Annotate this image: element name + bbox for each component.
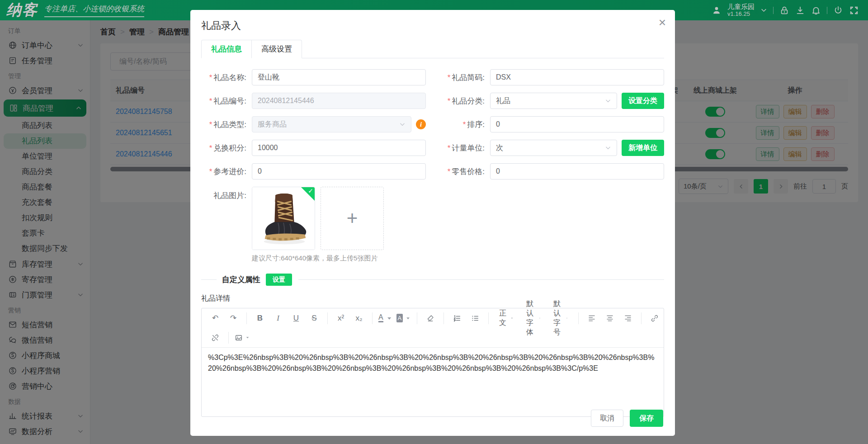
custom-attribute-title: 自定义属性 [222,274,260,285]
check-icon: ✓ [308,187,313,194]
plus-icon: + [347,208,358,229]
cancel-button[interactable]: 取消 [591,410,623,427]
caret-down-icon [245,335,250,340]
fullscreen-icon[interactable] [849,5,859,15]
field-label: *礼品名称: [201,72,252,83]
field-label: *零售价格: [439,166,490,177]
add-unit-button[interactable]: 新增单位 [622,140,664,156]
chevron-down-icon[interactable] [760,7,767,14]
editor-content[interactable]: %3Cp%3E%26nbsp%3B%20%26nbsp%3B%20%26nbsp… [202,348,664,416]
caret-down-icon [510,316,514,321]
image-size-hint: 建议尺寸:640*640像素，最多上传5张图片 [252,254,384,263]
upload-image-button[interactable]: + [321,187,384,250]
eraser-icon[interactable] [423,311,438,326]
custom-attribute-divider: 自定义属性 设置 [201,274,664,286]
tab-gift-info[interactable]: 礼品信息 [201,40,252,58]
gift-image-thumbnail[interactable]: ✓ [252,187,315,250]
field-label: *礼品类型: [201,119,252,130]
brand-area: 纳客 专注单店、小连锁的收银系统 [0,0,144,20]
ordered-list-icon[interactable] [450,311,464,326]
field-label: *礼品编号: [201,96,252,106]
field-label: *礼品简码: [439,72,490,83]
exchange-points-input[interactable] [252,140,426,156]
caret-down-icon [539,316,541,321]
retail-price-input[interactable] [490,163,664,179]
reference-cost-input[interactable] [252,163,426,179]
unit-select[interactable]: 次 [490,140,617,156]
background-color-icon[interactable]: A [396,311,411,326]
field-label: 礼品图片: [201,187,252,263]
modal-footer: 取消 保存 [591,410,663,427]
image-column: ✓ + 建议尺寸:640*640像素，最多上传5张图片 [252,187,384,263]
topbar-actions: 儿童乐园 v1.16.25 [712,3,868,17]
chevron-down-icon [605,98,611,104]
align-center-icon[interactable] [603,311,617,326]
undo-icon[interactable]: ↶ [208,311,222,326]
align-right-icon[interactable] [621,311,635,326]
unlink-icon[interactable] [208,330,222,345]
store-info[interactable]: 儿童乐园 v1.16.25 [727,3,755,17]
link-icon[interactable] [647,311,662,326]
redo-icon[interactable]: ↷ [226,311,241,326]
chevron-down-icon [605,145,611,151]
field-label: *兑换积分: [201,143,252,153]
chevron-down-icon [399,121,406,128]
editor-toolbar: ↶ ↷ B I U S x² x₂ A A [202,308,664,348]
bold-icon[interactable]: B [253,311,267,326]
field-label: *参考进价: [201,166,252,177]
gift-name-input[interactable] [252,69,426,85]
bell-icon[interactable] [811,5,821,15]
caret-down-icon [386,314,393,322]
gift-entry-modal: 礼品录入 × 礼品信息 高级设置 *礼品名称: *礼品简码: *礼品编号: *礼… [190,10,675,436]
set-attribute-button[interactable]: 设置 [266,274,292,286]
gift-code-input-disabled [252,93,426,109]
tab-advanced-settings[interactable]: 高级设置 [252,40,302,58]
align-left-icon[interactable] [585,311,599,326]
underline-icon[interactable]: U [289,311,303,326]
font-size-dropdown[interactable]: 默认字号 [549,311,572,326]
caret-down-icon [405,314,411,322]
rich-text-editor: ↶ ↷ B I U S x² x₂ A A [201,308,664,417]
insert-image-icon[interactable] [235,330,250,345]
info-icon[interactable]: i [416,119,426,129]
close-icon[interactable]: × [659,16,666,29]
italic-icon[interactable]: I [271,311,285,326]
subscript-icon[interactable]: x₂ [352,311,366,326]
gift-category-select[interactable]: 礼品 [490,93,617,109]
gift-shortcode-input[interactable] [490,69,664,85]
download-icon[interactable] [795,5,805,15]
divider [773,7,774,14]
unordered-list-icon[interactable] [468,311,482,326]
app-tagline: 专注单店、小连锁的收银系统 [44,4,144,17]
lock-icon[interactable] [779,5,789,15]
field-label: *排序: [439,119,490,130]
paragraph-format-dropdown[interactable]: 正文 [495,311,518,326]
gift-type-select-disabled: 服务商品 [252,116,411,132]
caret-down-icon [566,316,568,321]
save-button[interactable]: 保存 [630,410,663,427]
gift-detail-label: 礼品详情 [201,294,664,303]
font-family-dropdown[interactable]: 默认字体 [522,311,545,326]
modal-tabs: 礼品信息 高级设置 [201,40,664,58]
power-icon[interactable] [833,5,843,15]
gift-image-section: 礼品图片: ✓ [201,187,664,263]
field-label: *礼品分类: [439,96,490,106]
divider [827,7,827,14]
modal-title: 礼品录入 [190,10,675,39]
sort-order-input[interactable] [490,116,664,132]
font-color-icon[interactable]: A [378,311,393,326]
set-category-button[interactable]: 设置分类 [622,93,664,109]
gift-form: *礼品名称: *礼品简码: *礼品编号: *礼品分类: 礼品 设置分类 [201,69,664,179]
strikethrough-icon[interactable]: S [307,311,321,326]
app-logo: 纳客 [6,0,38,20]
app-version: v1.16.25 [727,11,755,18]
store-name: 儿童乐园 [727,3,755,10]
field-label: *计量单位: [439,143,490,153]
superscript-icon[interactable]: x² [334,311,348,326]
avatar-icon [712,5,722,15]
